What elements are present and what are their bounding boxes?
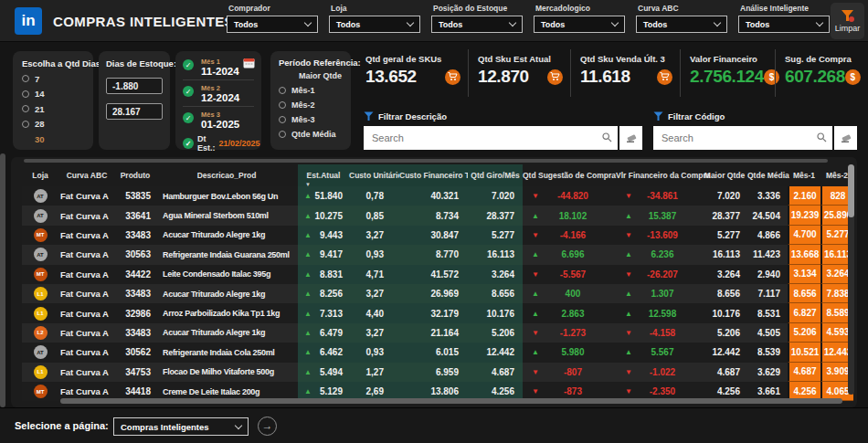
kpi-icon[interactable]: $ [547, 69, 563, 85]
top-filter-select[interactable]: Todos [636, 16, 727, 33]
top-filter: Análise Inteligente Todos [738, 2, 830, 33]
dias-estoque-min-field[interactable]: -1.880 [106, 78, 163, 94]
search-input[interactable] [364, 126, 618, 150]
eraser-button[interactable] [619, 126, 642, 150]
table-row[interactable]: AT Fat Curva A 30563 Refrigerante Indaia… [22, 245, 853, 264]
table-top-scrollbar[interactable] [24, 159, 828, 163]
page-select-dropdown[interactable]: Compras Inteligentes [113, 417, 249, 436]
cell-mes-1: 6.827 [788, 303, 820, 322]
cell-produto: 34753 [115, 363, 155, 382]
sugestao-value: 400 [539, 289, 607, 299]
periodo-option[interactable]: Mês-2 [279, 100, 351, 110]
cell-custo-unitario: 4,40 [349, 303, 399, 322]
chevron-down-icon [611, 19, 619, 26]
top-filter-select[interactable]: Todos [431, 16, 523, 33]
periodo-option[interactable]: Maior Qtde [279, 71, 351, 80]
vlr-financeiro-value: 6.236 [632, 249, 693, 259]
cell-loja: AT [22, 206, 58, 225]
chevron-down-icon [235, 421, 242, 428]
col-header-maior-qtde[interactable]: Maior Qtde [702, 171, 747, 180]
cell-qtd-sugestao: -44.820 [523, 186, 616, 206]
trend-icon [532, 368, 539, 376]
kpi-icon[interactable]: $ [657, 69, 672, 85]
top-filter-select[interactable]: Todos [738, 16, 830, 33]
col-header-produto[interactable]: Produto [115, 171, 155, 180]
cell-produto: 33483 [115, 226, 155, 245]
qtd-dias-option[interactable]: 7 [22, 74, 93, 84]
coins-icon: $ [851, 72, 856, 82]
dt-est-value: 21/02/2025 [219, 139, 260, 148]
qtd-dias-option[interactable]: 30 [22, 134, 93, 144]
vlr-financeiro-value: 1.307 [632, 289, 693, 299]
mes-item[interactable]: ✓ Mês 3 01-2025 [183, 110, 254, 132]
dt-est-row[interactable]: ✓ Dt Est.: 21/02/2025 [183, 134, 254, 153]
page-vertical-scrollbar[interactable] [0, 153, 5, 407]
col-header-qtd-sugestao[interactable]: Qtd Sugestão de Compra [523, 171, 616, 180]
dias-estoque-panel: Dias de Estoque: -1.880 28.167 [99, 51, 170, 150]
periodo-option[interactable]: Qtde Média [279, 130, 351, 139]
top-filter-select[interactable]: Todos [329, 16, 420, 33]
cell-custo-unitario: 3,27 [349, 323, 399, 343]
mes-item[interactable]: ✓ Mês 1 11-2024 [183, 57, 254, 80]
top-filter: Mercadologico Todos [534, 2, 625, 33]
col-header-custo-financeiro[interactable]: Custo Financeiro Total [399, 164, 468, 186]
search-input[interactable] [653, 126, 832, 150]
chevron-down-icon [816, 19, 823, 26]
kpi-icon[interactable]: $ [445, 69, 460, 85]
col-header-est-atual[interactable]: Est.Atual ▼ [298, 164, 349, 186]
qtd-dias-option[interactable]: 21 [22, 104, 93, 114]
cell-qtd-giro: 28.377 [468, 206, 523, 225]
top-bar: in COMPRAS INTELIGENTES Comprador Todos … [0, 0, 868, 42]
table-horizontal-scrollbar[interactable] [60, 398, 842, 404]
table-row[interactable]: L1 Fat Curva A 33483 Acucar Triturado Al… [22, 284, 853, 303]
col-header-vlr-financeiro[interactable]: Vlr Financeiro da Compra [616, 171, 702, 180]
table-row[interactable]: MT Fat Curva A 34422 Leite Condensado It… [22, 265, 853, 284]
est-atual-value: 9.417 [320, 249, 343, 259]
mes-item[interactable]: ✓ Mês 2 12-2024 [183, 83, 254, 107]
cell-qtde-media: 4.505 [747, 323, 788, 343]
col-header-custo-unitario[interactable]: Custo Unitário [349, 164, 399, 186]
table-row[interactable]: L1 Fat Curva A 32986 Arroz Parboilizado … [22, 303, 853, 322]
search-icon [602, 132, 612, 142]
table-row[interactable]: AT Fat Curva A 33641 Agua Mineral Sterbo… [22, 206, 853, 225]
table-row[interactable]: L2 Fat Curva A 33483 Acucar Triturado Al… [22, 323, 853, 343]
cell-est-atual: ▲ 6.479 [298, 323, 349, 343]
periodo-option[interactable]: Mês-1 [279, 86, 351, 95]
qtd-dias-option-label: 7 [35, 74, 39, 84]
col-header-loja[interactable]: Loja [22, 171, 58, 180]
col-header-qtde-media[interactable]: Qtde Média [747, 171, 788, 180]
qtd-dias-option[interactable]: 14 [22, 89, 93, 99]
kpi-value: 13.652 [365, 67, 417, 87]
top-filter-select[interactable]: Todos [534, 16, 625, 33]
table-row[interactable]: AT Fat Curva A 30562 Refrigerante Indaia… [22, 343, 853, 362]
cell-descricao: Arroz Parboilizado Kika Tp1 1kg [155, 303, 298, 322]
dias-estoque-max-field[interactable]: 28.167 [106, 103, 163, 120]
kpi-icon[interactable]: $ [845, 69, 861, 85]
trend-icon [532, 290, 539, 298]
table-row[interactable]: L1 Fat Curva A 34753 Flocao De Milho Vit… [22, 363, 853, 382]
col-header-qtd-giro[interactable]: Qtd Giro/Mês [468, 164, 523, 186]
cell-qtd-giro: 7.020 [468, 186, 523, 206]
top-filter-bar: Comprador Todos Loja Todos Posição do Es… [227, 2, 830, 33]
top-filter-select[interactable]: Todos [227, 16, 318, 33]
qtd-dias-options: 7 14 21 28 30 [22, 74, 93, 144]
table-vertical-scrollbar-thumb[interactable] [848, 164, 854, 217]
go-to-page-button[interactable] [258, 417, 277, 436]
clear-filters-button[interactable]: Limpar [831, 3, 864, 39]
col-header-curva-abc[interactable]: Curva ABC [58, 171, 115, 180]
table-row[interactable]: AT Fat Curva A 53835 Hamburguer Bov.Lebo… [22, 186, 853, 206]
kpi-label: Qtd geral de SKUs [365, 54, 462, 64]
col-header-descricao[interactable]: Descricao_Prod [155, 171, 298, 180]
kpi-label: Qtd Sku Est Atual [478, 54, 565, 64]
top-filter: Loja Todos [329, 2, 420, 33]
table-row[interactable]: MT Fat Curva A 33483 Acucar Triturado Al… [22, 226, 853, 245]
top-filter: Posição do Estoque Todos [431, 2, 523, 33]
periodo-option[interactable]: Mês-3 [279, 115, 351, 124]
cell-vlr-financeiro: -26.207 [616, 265, 702, 284]
table-body: AT Fat Curva A 53835 Hamburguer Bov.Lebo… [22, 186, 853, 401]
col-header-mes-1[interactable]: Mês-1 [788, 171, 820, 180]
loja-badge: L1 [34, 287, 48, 301]
qtd-dias-option[interactable]: 28 [22, 119, 93, 129]
eraser-button[interactable] [834, 126, 857, 150]
trend-icon [625, 212, 632, 220]
